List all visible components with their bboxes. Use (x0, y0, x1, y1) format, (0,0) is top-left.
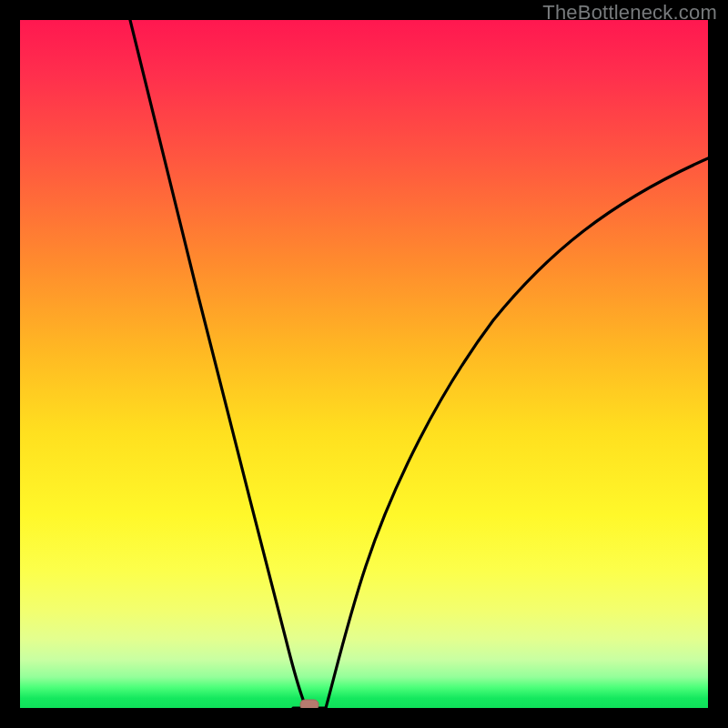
bottleneck-curve-right (326, 158, 708, 708)
curve-group (130, 20, 708, 708)
plot-area (20, 20, 708, 708)
chart-frame: TheBottleneck.com (0, 0, 728, 728)
chart-svg (20, 20, 708, 708)
watermark-text: TheBottleneck.com (542, 1, 717, 25)
reference-marker (300, 700, 318, 708)
bottleneck-curve-left (130, 20, 308, 708)
